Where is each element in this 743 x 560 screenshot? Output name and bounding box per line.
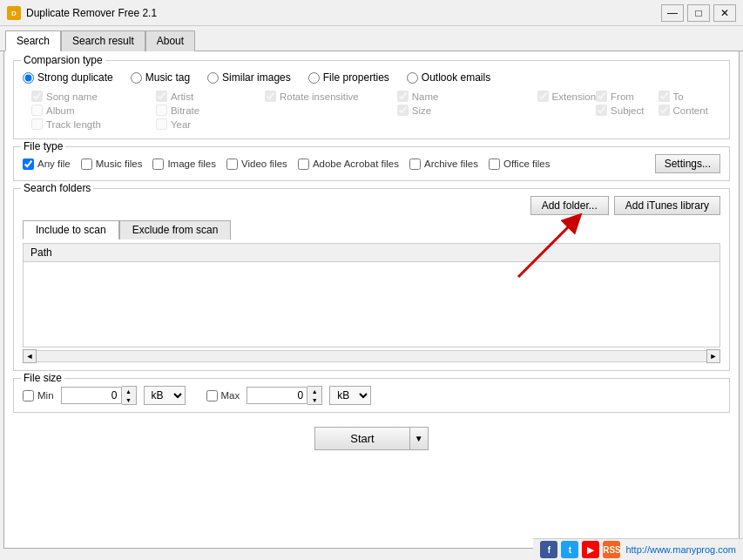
min-value-input[interactable] xyxy=(61,387,122,404)
tab-search-result[interactable]: Search result xyxy=(61,30,145,51)
radio-outlook-emails[interactable]: Outlook emails xyxy=(407,71,490,84)
comparison-type-section: Comparsion type Strong duplicate Music t… xyxy=(13,60,730,139)
file-type-title: File type xyxy=(21,140,65,152)
radio-music-tag[interactable]: Music tag xyxy=(131,71,190,84)
add-itunes-button[interactable]: Add iTunes library xyxy=(614,196,720,215)
radio-file-properties[interactable]: File properties xyxy=(308,71,389,84)
radio-strong-duplicate[interactable]: Strong duplicate xyxy=(23,71,113,84)
minimize-button[interactable]: — xyxy=(661,4,684,22)
check-size[interactable]: Size xyxy=(397,105,537,116)
check-rotate-label: Rotate insensitive xyxy=(280,91,359,102)
archive-files-label: Archive files xyxy=(424,159,478,169)
folders-header: Add folder... Add iTunes library xyxy=(23,196,720,215)
facebook-icon[interactable]: f xyxy=(540,541,557,558)
check-extension[interactable]: Extension xyxy=(537,91,597,102)
min-spin-up[interactable]: ▲ xyxy=(122,387,136,395)
min-input-group: ▲ ▼ xyxy=(61,386,137,405)
check-artist-label: Artist xyxy=(171,91,193,102)
youtube-icon[interactable]: ▶ xyxy=(582,541,599,558)
add-folder-button[interactable]: Add folder... xyxy=(530,196,609,215)
check-subject[interactable]: Subject xyxy=(596,105,658,116)
check-any-file[interactable]: Any file xyxy=(23,159,71,170)
check-music-files[interactable]: Music files xyxy=(81,159,143,170)
close-button[interactable]: ✕ xyxy=(713,4,736,22)
maximize-button[interactable]: □ xyxy=(687,4,710,22)
watermark-url[interactable]: http://www.manyprog.com xyxy=(625,544,736,555)
check-bitrate[interactable]: Bitrate xyxy=(156,105,265,116)
tab-search[interactable]: Search xyxy=(5,30,61,51)
properties-checks-col2: Extension xyxy=(537,91,597,130)
check-image-files[interactable]: Image files xyxy=(152,159,216,170)
title-bar: D Duplicate Remover Free 2.1 — □ ✕ xyxy=(0,0,743,26)
social-icons: f t ▶ RSS xyxy=(540,541,620,558)
window-controls: — □ ✕ xyxy=(661,4,736,22)
check-min[interactable]: Min xyxy=(23,390,54,401)
check-rotate-insensitive[interactable]: Rotate insensitive xyxy=(265,91,397,102)
min-unit-select[interactable]: kB MB GB xyxy=(144,386,186,405)
check-album-label: Album xyxy=(46,105,75,116)
check-video-files[interactable]: Video files xyxy=(226,159,287,170)
check-year[interactable]: Year xyxy=(156,118,265,130)
outlook-checks-col2: To Content xyxy=(659,91,720,130)
window-title: Duplicate Remover Free 2.1 xyxy=(26,7,157,19)
music-files-label: Music files xyxy=(96,159,143,169)
check-office-files[interactable]: Office files xyxy=(489,159,550,170)
check-extension-label: Extension xyxy=(552,91,597,102)
max-spin-down[interactable]: ▼ xyxy=(307,395,321,404)
min-spin-down[interactable]: ▼ xyxy=(122,395,136,404)
twitter-icon[interactable]: t xyxy=(561,541,578,558)
check-song-name[interactable]: Song name xyxy=(31,91,156,102)
check-track-length[interactable]: Track length xyxy=(31,118,156,130)
start-button[interactable]: Start xyxy=(314,427,409,450)
check-to-label: To xyxy=(673,91,684,102)
folder-table-wrapper[interactable]: Path xyxy=(23,243,720,347)
check-name[interactable]: Name xyxy=(397,91,537,102)
max-unit-select[interactable]: kB MB GB xyxy=(329,386,371,405)
max-input-group: ▲ ▼ xyxy=(247,386,322,405)
check-to[interactable]: To xyxy=(659,91,720,102)
app-icon: D xyxy=(7,6,21,20)
check-archive-files[interactable]: Archive files xyxy=(409,159,478,170)
svg-text:D: D xyxy=(11,10,17,17)
radio-strong-label: Strong duplicate xyxy=(37,71,113,84)
file-size-section: File size Min ▲ ▼ kB MB GB xyxy=(13,378,730,413)
max-spin-up[interactable]: ▲ xyxy=(307,387,321,395)
folder-table: Path xyxy=(24,244,719,262)
check-content-label: Content xyxy=(673,105,708,116)
scroll-right-button[interactable]: ► xyxy=(706,349,720,363)
check-max[interactable]: Max xyxy=(206,390,240,401)
check-from[interactable]: From xyxy=(596,91,658,102)
check-bitrate-label: Bitrate xyxy=(171,105,199,116)
tab-include-scan[interactable]: Include to scan xyxy=(23,220,119,240)
tab-exclude-scan[interactable]: Exclude from scan xyxy=(119,220,232,240)
check-acrobat-files[interactable]: Adobe Acrobat files xyxy=(298,159,399,170)
settings-button[interactable]: Settings... xyxy=(655,154,720,173)
check-album[interactable]: Album xyxy=(31,105,156,116)
music-checks-col: Song name Album Track length xyxy=(31,91,156,130)
check-song-name-label: Song name xyxy=(46,91,98,102)
tab-bar: Search Search result About xyxy=(0,26,743,51)
music-checks-col2: Artist Bitrate Year xyxy=(156,91,265,130)
start-dropdown-button[interactable]: ▼ xyxy=(409,427,429,450)
check-track-length-label: Track length xyxy=(46,119,101,130)
any-file-label: Any file xyxy=(37,159,71,169)
search-folders-section: Search folders Add folder... Add iTunes … xyxy=(13,188,730,371)
max-value-input[interactable] xyxy=(247,387,307,404)
check-artist[interactable]: Artist xyxy=(156,91,265,102)
office-files-label: Office files xyxy=(503,159,550,169)
radio-images-label: Similar images xyxy=(222,71,291,84)
check-content[interactable]: Content xyxy=(659,105,720,116)
rss-icon[interactable]: RSS xyxy=(603,541,620,558)
min-spin-buttons: ▲ ▼ xyxy=(122,386,137,405)
folder-inner-tabs: Include to scan Exclude from scan xyxy=(23,220,720,240)
scroll-left-button[interactable]: ◄ xyxy=(23,349,37,363)
search-folders-title: Search folders xyxy=(21,182,93,194)
min-label: Min xyxy=(37,390,54,401)
comparison-type-title: Comparsion type xyxy=(21,54,105,66)
check-from-label: From xyxy=(611,91,634,102)
radio-similar-images[interactable]: Similar images xyxy=(207,71,291,84)
acrobat-files-label: Adobe Acrobat files xyxy=(313,159,399,169)
video-files-label: Video files xyxy=(241,159,287,169)
tab-about[interactable]: About xyxy=(145,30,195,51)
radio-outlook-label: Outlook emails xyxy=(422,71,490,84)
